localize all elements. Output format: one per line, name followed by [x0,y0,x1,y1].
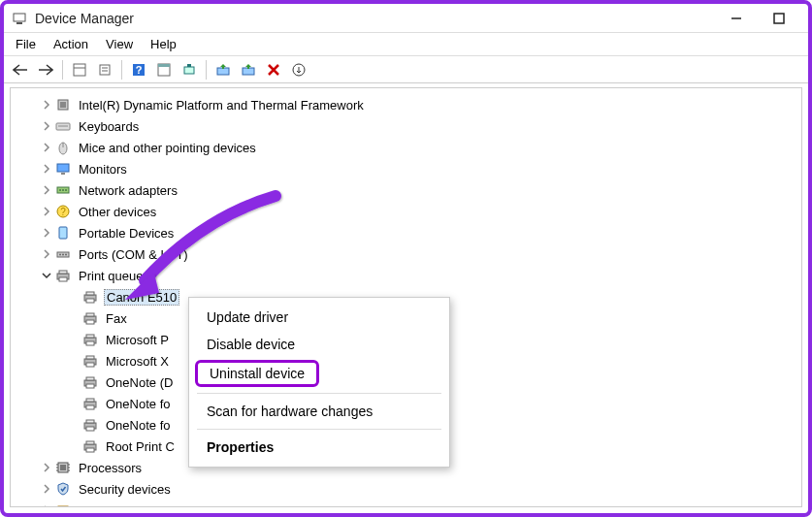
context-menu: Update driver Disable device Uninstall d… [188,297,450,468]
maximize-button[interactable] [758,4,800,33]
tree-item[interactable]: Security devices [36,478,797,500]
svg-rect-0 [14,14,25,21]
chevron-down-icon[interactable] [40,269,53,282]
svg-rect-62 [86,441,94,444]
action-list-button[interactable] [153,59,175,81]
disable-device-button[interactable] [238,59,259,81]
svg-point-28 [62,189,64,191]
svg-point-36 [65,254,67,256]
tree-item[interactable]: Smart card filters [36,500,797,507]
chevron-right-icon[interactable] [40,183,53,197]
svg-rect-15 [217,68,229,75]
chevron-right-icon[interactable] [40,205,53,218]
spacer [67,397,81,410]
tree-item[interactable]: Portable Devices [36,222,797,243]
chevron-right-icon[interactable] [40,247,53,261]
svg-rect-60 [86,427,94,431]
chevron-right-icon[interactable] [40,141,53,154]
tree-item[interactable]: Keyboards [36,115,797,137]
svg-rect-12 [158,64,170,67]
show-hide-tree-button[interactable] [69,59,90,81]
tree-label: OneNote (D [104,375,175,390]
tree-item[interactable]: Ports (COM & LPT) [36,243,797,265]
svg-rect-56 [86,399,94,402]
monitor-icon [55,161,71,177]
chevron-right-icon[interactable] [40,162,53,176]
chevron-right-icon[interactable] [40,482,53,496]
tree-item[interactable]: Mice and other pointing devices [36,137,797,158]
svg-rect-6 [100,65,110,75]
printer-icon [82,374,98,390]
tree-label: Canon E510 [104,289,179,306]
svg-point-35 [62,254,64,256]
svg-rect-13 [184,67,194,74]
ctx-update-driver[interactable]: Update driver [189,304,449,331]
svg-rect-50 [86,356,94,359]
svg-rect-44 [86,313,94,316]
portable-icon [55,225,71,241]
ctx-separator [197,429,441,430]
tree-label: OneNote fo [104,418,173,433]
back-button[interactable] [10,59,31,81]
help-button[interactable]: ? [128,59,149,81]
tree-label: Ports (COM & LPT) [77,247,190,262]
tree-item[interactable]: ? Other devices [36,201,797,222]
chevron-right-icon[interactable] [40,503,53,507]
tree-label: Portable Devices [77,226,176,241]
svg-rect-32 [59,227,67,239]
svg-rect-51 [86,363,94,367]
svg-rect-1 [16,22,22,24]
printer-icon [82,353,98,369]
svg-rect-47 [86,335,94,338]
window-title: Device Manager [35,11,715,26]
menu-help[interactable]: Help [143,35,186,53]
svg-rect-25 [61,173,65,175]
svg-rect-54 [86,384,94,388]
ctx-uninstall-device[interactable]: Uninstall device [195,360,319,387]
svg-point-27 [59,189,61,191]
update-driver-button[interactable] [212,59,234,81]
ctx-disable-device[interactable]: Disable device [189,331,449,358]
svg-rect-24 [57,164,69,172]
printer-icon [82,417,98,433]
network-icon [55,182,71,198]
chevron-right-icon[interactable] [40,461,53,474]
window-frame: Device Manager File Action View Help ? I… [0,0,812,517]
tree-label: Monitors [77,162,129,177]
forward-button[interactable] [35,59,56,81]
tree-item[interactable]: Monitors [36,158,797,179]
spacer [67,439,81,453]
uninstall-device-button[interactable] [263,59,284,81]
ctx-scan-hardware[interactable]: Scan for hardware changes [189,398,449,425]
menu-file[interactable]: File [8,35,46,53]
svg-rect-16 [243,68,254,75]
menu-view[interactable]: View [98,35,143,53]
chevron-right-icon[interactable] [40,119,53,133]
properties-button[interactable] [94,59,115,81]
svg-rect-59 [86,420,94,423]
minimize-button[interactable] [715,4,758,33]
printer-icon [82,438,98,454]
toolbar-sep [62,60,63,80]
cpu-icon [55,460,71,475]
svg-rect-41 [86,292,94,295]
tree-item-print-queues[interactable]: Print queues [36,265,797,286]
svg-rect-39 [59,277,67,281]
title-bar: Device Manager [4,4,808,33]
scan-hardware-button[interactable] [179,59,200,81]
chip-icon [55,97,71,113]
spacer [67,418,81,432]
ctx-properties[interactable]: Properties [189,434,449,461]
menu-action[interactable]: Action [46,35,98,53]
tree-item[interactable]: Network adapters [36,179,797,201]
chevron-right-icon[interactable] [40,98,53,112]
chevron-right-icon[interactable] [40,226,53,240]
add-legacy-hardware-button[interactable] [288,59,309,81]
svg-rect-57 [86,405,94,409]
svg-rect-19 [60,102,66,108]
toolbar-sep [206,60,207,80]
security-icon [55,481,71,497]
keyboard-icon [55,118,71,134]
svg-rect-63 [86,448,94,452]
tree-item[interactable]: Intel(R) Dynamic Platform and Thermal Fr… [36,94,797,115]
